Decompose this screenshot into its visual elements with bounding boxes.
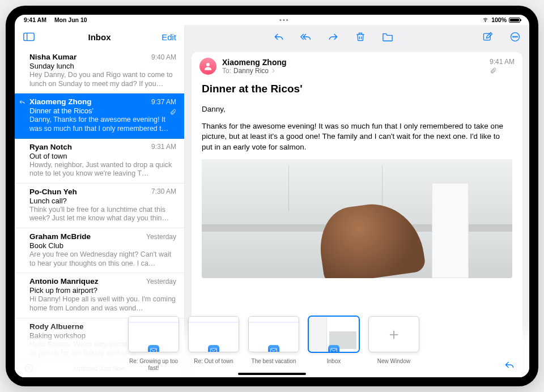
detail-toolbar — [185, 25, 529, 49]
message-time: 9:40 AM — [151, 53, 176, 61]
message-time: 9:37 AM — [151, 98, 176, 106]
message-time: Yesterday — [146, 278, 176, 286]
message-preview: Danny, Thanks for the awesome evening! I… — [29, 116, 176, 133]
message-sender: Graham McBride — [29, 232, 91, 241]
shelf-label: Re: Out of town — [188, 358, 239, 370]
attachment-icon — [490, 67, 515, 75]
shelf-thumbnail[interactable] — [248, 316, 299, 352]
message-time: 7:30 AM — [151, 188, 176, 195]
shelf-thumbnail[interactable] — [308, 316, 359, 352]
wifi-icon — [482, 17, 489, 23]
shelf-label: Inbox — [308, 358, 359, 370]
shelf-item[interactable]: Re: Out of town — [188, 316, 239, 370]
shelf-item[interactable]: The best vacation — [248, 316, 299, 370]
svg-rect-15 — [271, 348, 277, 352]
replied-icon — [19, 99, 26, 105]
message-sender: Ryan Notch — [29, 143, 72, 151]
message-subject: Book Club — [29, 241, 176, 250]
to-line[interactable]: To: Danny Rico — [222, 67, 490, 75]
message-subject: Dinner at the Ricos' — [202, 83, 512, 95]
home-indicator[interactable] — [238, 373, 306, 375]
trash-icon[interactable] — [352, 28, 369, 45]
message-item[interactable]: Graham McBrideYesterdayBook ClubAre you … — [15, 228, 184, 273]
status-bar: 9:41 AM Mon Jun 10 ••• 100% — [15, 15, 529, 25]
message-sender: Xiaomeng Zhong — [29, 97, 92, 106]
message-item[interactable]: Xiaomeng Zhong9:37 AMDinner at the Ricos… — [15, 93, 184, 138]
compose-float-icon[interactable] — [503, 359, 516, 370]
sidebar-title: Inbox — [15, 32, 184, 42]
battery-icon — [509, 18, 520, 23]
message-subject: Out of town — [29, 152, 176, 160]
message-preview: Hey Danny, Do you and Rigo want to come … — [29, 71, 176, 88]
svg-rect-13 — [151, 348, 157, 352]
message-preview: Hi Danny! Hope all is well with you. I'm… — [29, 295, 176, 313]
status-time: 9:41 AM — [24, 16, 46, 23]
svg-rect-14 — [211, 348, 217, 352]
sender-avatar[interactable] — [199, 58, 216, 75]
mail-badge-icon — [328, 345, 339, 352]
message-subject: Sunday lunch — [29, 62, 176, 70]
shelf-thumbnail[interactable]: ＋ — [368, 316, 419, 352]
message-sender: Antonio Manriquez — [29, 277, 99, 286]
attachment-icon — [169, 108, 176, 116]
reply-all-icon[interactable] — [298, 28, 314, 45]
svg-point-9 — [513, 36, 514, 37]
forward-icon[interactable] — [325, 28, 342, 45]
move-folder-icon[interactable] — [379, 28, 396, 45]
sidebar-header: Inbox Edit — [15, 25, 184, 49]
message-item[interactable]: Ryan Notch9:31 AMOut of townHowdy, neigh… — [15, 139, 184, 184]
compose-icon[interactable] — [479, 28, 496, 45]
battery-percent: 100% — [491, 16, 507, 23]
to-label: To: — [222, 67, 231, 75]
message-preview: Howdy, neighbor, Just wanted to drop a q… — [29, 161, 176, 178]
shelf-label: New Window — [368, 358, 419, 370]
svg-point-10 — [515, 36, 516, 37]
message-sender: Nisha Kumar — [29, 53, 76, 61]
message-subject: Lunch call? — [29, 197, 176, 205]
plus-icon: ＋ — [369, 317, 419, 352]
shelf-label: The best vacation — [248, 358, 299, 370]
message-preview: Think you'll be free for a lunchtime cha… — [29, 206, 176, 223]
svg-rect-16 — [331, 348, 337, 352]
ipad-frame: 9:41 AM Mon Jun 10 ••• 100% Inbox Edit N… — [6, 6, 538, 386]
shelf-item[interactable]: Inbox — [308, 316, 359, 370]
message-item[interactable]: Antonio ManriquezYesterdayPick up from a… — [15, 273, 184, 318]
message-sender: Po-Chun Yeh — [29, 188, 77, 196]
message-text: Thanks for the awesome evening! It was s… — [202, 121, 512, 152]
multitask-indicator[interactable]: ••• — [279, 16, 290, 23]
svg-point-12 — [206, 63, 210, 66]
message-time: 9:41 AM — [490, 58, 515, 66]
reply-icon[interactable] — [270, 28, 287, 45]
message-subject: Dinner at the Ricos' — [29, 106, 176, 115]
message-header: Xiaomeng Zhong To: Danny Rico 9:41 AM — [192, 52, 522, 78]
shelf-thumbnail[interactable] — [188, 316, 239, 352]
svg-point-11 — [517, 36, 518, 37]
chevron-right-icon — [271, 68, 275, 74]
status-date: Mon Jun 10 — [54, 16, 87, 23]
message-list[interactable]: Nisha Kumar9:40 AMSunday lunchHey Danny,… — [15, 49, 184, 358]
ipad-screen: 9:41 AM Mon Jun 10 ••• 100% Inbox Edit N… — [15, 15, 529, 377]
to-name: Danny Rico — [233, 67, 269, 75]
mail-app: Inbox Edit Nisha Kumar9:40 AMSunday lunc… — [15, 25, 529, 377]
app-shelf: Re: Growing up too fast!Re: Out of townT… — [15, 322, 529, 377]
mail-badge-icon — [268, 345, 279, 352]
shelf-thumbnail[interactable] — [128, 316, 179, 352]
message-item[interactable]: Nisha Kumar9:40 AMSunday lunchHey Danny,… — [15, 49, 184, 93]
from-name[interactable]: Xiaomeng Zhong — [222, 58, 490, 67]
message-greeting: Danny, — [202, 104, 512, 114]
mail-badge-icon — [208, 345, 219, 352]
svg-point-0 — [485, 21, 486, 22]
message-item[interactable]: Po-Chun Yeh7:30 AMLunch call?Think you'l… — [15, 184, 184, 228]
message-attachment-image[interactable] — [202, 159, 512, 278]
shelf-item[interactable]: Re: Growing up too fast! — [128, 316, 179, 370]
more-icon[interactable] — [507, 28, 524, 45]
message-time: Yesterday — [146, 233, 176, 241]
message-time: 9:31 AM — [151, 143, 176, 151]
mail-badge-icon — [148, 345, 159, 352]
message-subject: Pick up from airport? — [29, 286, 176, 295]
shelf-item[interactable]: ＋New Window — [368, 316, 419, 370]
shelf-label: Re: Growing up too fast! — [128, 358, 179, 370]
message-preview: Are you free on Wednesday night? Can't w… — [29, 250, 176, 268]
